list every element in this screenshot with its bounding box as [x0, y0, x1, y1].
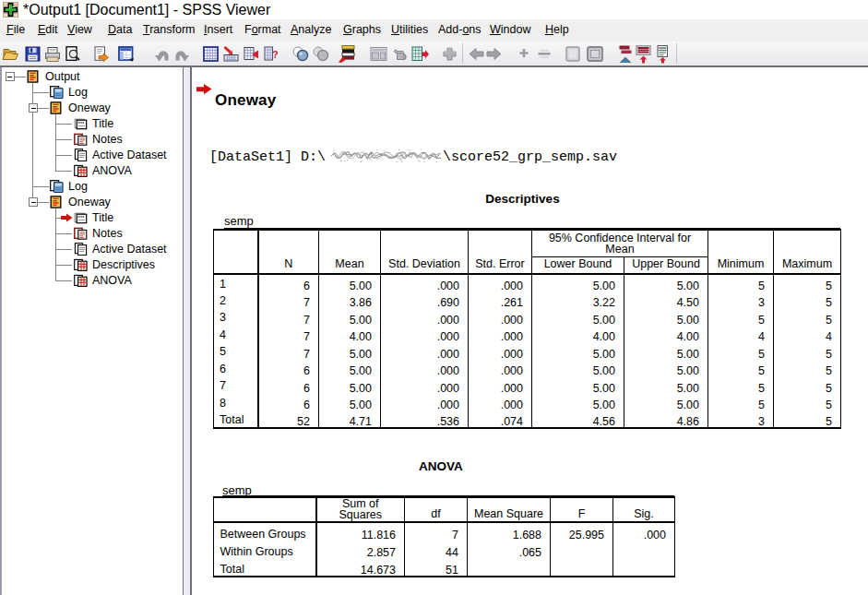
svg-text:?: ?	[272, 49, 278, 60]
